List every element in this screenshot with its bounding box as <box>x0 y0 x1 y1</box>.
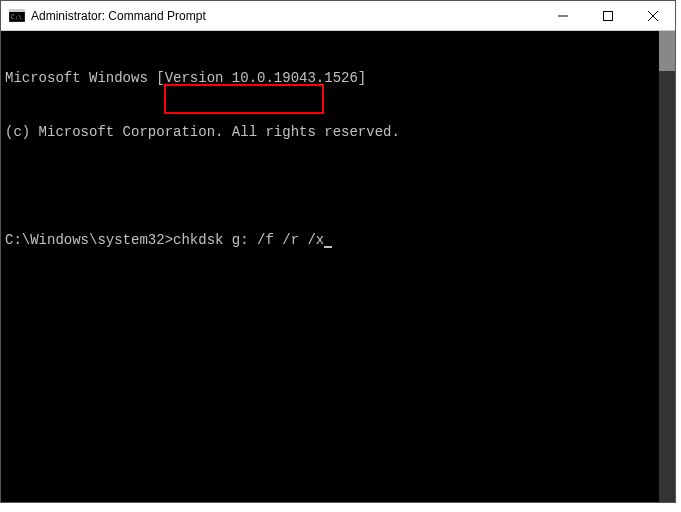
svg-rect-4 <box>603 11 612 20</box>
window-controls <box>540 1 675 30</box>
version-line: Microsoft Windows [Version 10.0.19043.15… <box>5 69 655 87</box>
svg-rect-1 <box>9 9 25 12</box>
minimize-button[interactable] <box>540 1 585 30</box>
terminal-body: Microsoft Windows [Version 10.0.19043.15… <box>1 31 675 502</box>
command-prompt-window: C:\ Administrator: Command Prompt <box>0 0 676 503</box>
terminal-content[interactable]: Microsoft Windows [Version 10.0.19043.15… <box>1 31 659 502</box>
copyright-line: (c) Microsoft Corporation. All rights re… <box>5 123 655 141</box>
scrollbar-thumb[interactable] <box>659 31 675 71</box>
close-button[interactable] <box>630 1 675 30</box>
scrollbar[interactable] <box>659 31 675 502</box>
prompt-line: C:\Windows\system32>chkdsk g: /f /r /x <box>5 231 655 249</box>
title-bar[interactable]: C:\ Administrator: Command Prompt <box>1 1 675 31</box>
highlight-annotation <box>164 84 324 114</box>
prompt-text: C:\Windows\system32> <box>5 232 173 248</box>
maximize-button[interactable] <box>585 1 630 30</box>
window-title: Administrator: Command Prompt <box>31 9 540 23</box>
cmd-icon: C:\ <box>9 9 25 23</box>
cursor <box>324 246 332 248</box>
svg-text:C:\: C:\ <box>11 13 22 20</box>
blank-line <box>5 177 655 195</box>
command-text: chkdsk g: /f /r /x <box>173 232 324 248</box>
